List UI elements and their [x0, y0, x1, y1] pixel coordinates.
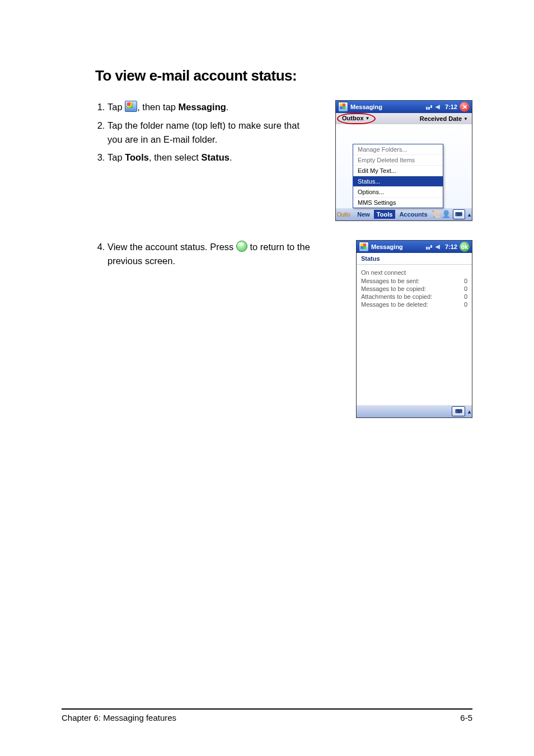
- folder-bar: Outbox ▼ Received Date ▼: [336, 113, 472, 124]
- sort-dropdown[interactable]: Received Date ▼: [419, 115, 469, 123]
- footer-page-number: 6-5: [460, 713, 472, 722]
- bottom-menu-bar: Outlo New Tools Accounts ⌨ ▴: [336, 208, 472, 220]
- step4-text-a: View the account status. Press: [107, 242, 236, 252]
- sort-label: Received Date: [420, 115, 462, 122]
- step3-text-a: Tap: [107, 152, 125, 162]
- contact-icon[interactable]: [442, 210, 451, 219]
- bottom-menu-bar: ⌨ ▴: [357, 405, 472, 417]
- account-indicator: Outlo: [337, 210, 353, 219]
- ok-icon: [236, 241, 247, 252]
- status-row: Attachments to be copied: 0: [361, 293, 467, 300]
- tools-menu-popup: Manage Folders... Empty Deleted Items Ed…: [353, 144, 443, 208]
- step1-bold: Messaging: [179, 102, 226, 112]
- step1-text-b: , then tap: [137, 102, 178, 112]
- status-subheading: On next connect: [361, 269, 467, 277]
- ok-button-icon[interactable]: ok: [460, 242, 470, 252]
- start-flag-icon[interactable]: [359, 242, 369, 252]
- status-row-label: Messages to be sent:: [361, 278, 420, 284]
- menu-new[interactable]: New: [354, 210, 373, 219]
- status-row: Messages to be copied: 0: [361, 285, 467, 293]
- clock-time: 7:12: [445, 104, 457, 110]
- step-2: Tap the folder name (top left) to make s…: [107, 119, 316, 147]
- sound-icon: [435, 103, 443, 111]
- step-4: View the account status. Press to return…: [107, 240, 337, 268]
- status-row-value: 0: [464, 301, 467, 308]
- title-bar: Messaging 7:12 ok: [357, 241, 472, 253]
- step3-text-e: .: [229, 152, 232, 162]
- menu-item-manage-folders[interactable]: Manage Folders...: [353, 144, 443, 154]
- menu-tools[interactable]: Tools: [374, 210, 396, 219]
- status-row-label: Messages to be copied:: [361, 285, 426, 292]
- menu-item-mms-settings[interactable]: MMS Settings: [353, 197, 443, 208]
- status-row-label: Attachments to be copied:: [361, 293, 432, 300]
- chevron-down-icon: ▼: [463, 116, 468, 121]
- sip-up-icon[interactable]: ▴: [466, 408, 471, 415]
- keyboard-icon[interactable]: ⌨: [453, 209, 466, 219]
- keyboard-icon[interactable]: ⌨: [452, 406, 465, 416]
- menu-item-edit-my-text[interactable]: Edit My Text...: [353, 165, 443, 176]
- title-bar: Messaging 7:12 ✕: [336, 101, 472, 113]
- status-panel: On next connect Messages to be sent: 0 M…: [357, 265, 472, 405]
- screenshot-messaging-tools-menu: Messaging 7:12 ✕ Outbox ▼ Received Date …: [335, 100, 472, 221]
- start-icon: [125, 101, 137, 112]
- step-3: Tap Tools, then select Status.: [107, 151, 316, 165]
- folder-name: Outbox: [342, 115, 364, 121]
- status-heading: Status: [357, 253, 472, 265]
- step-1: Tap , then tap Messaging.: [107, 100, 316, 114]
- start-flag-icon[interactable]: [338, 102, 348, 112]
- footer-chapter: Chapter 6: Messaging features: [62, 713, 176, 722]
- chevron-down-icon: ▼: [366, 116, 370, 121]
- signal-icon: [426, 103, 434, 111]
- step3-text-c: , then select: [149, 152, 202, 162]
- clock-time: 7:12: [445, 243, 457, 250]
- menu-accounts[interactable]: Accounts: [396, 210, 430, 219]
- status-row-value: 0: [464, 293, 467, 300]
- step1-text-d: .: [226, 102, 229, 112]
- section-title: To view e-mail account status:: [95, 67, 472, 84]
- folder-dropdown[interactable]: Outbox ▼: [341, 114, 370, 122]
- step3-bold-tools: Tools: [125, 152, 149, 162]
- folder-dropdown-highlight: Outbox ▼: [337, 113, 376, 124]
- status-row-label: Messages to be deleted:: [361, 301, 428, 308]
- menu-item-status[interactable]: Status...: [353, 176, 443, 186]
- screenshot-messaging-status: Messaging 7:12 ok Status On next connect…: [356, 240, 472, 418]
- scroll-icon[interactable]: [432, 210, 441, 219]
- status-row-value: 0: [464, 278, 467, 284]
- menu-item-empty-deleted[interactable]: Empty Deleted Items: [353, 154, 443, 165]
- sip-up-icon[interactable]: ▴: [466, 212, 471, 218]
- menu-item-options[interactable]: Options...: [353, 186, 443, 197]
- app-title: Messaging: [371, 243, 403, 250]
- step3-bold-status: Status: [202, 152, 229, 162]
- page-footer: Chapter 6: Messaging features 6-5: [62, 708, 472, 722]
- status-row: Messages to be deleted: 0: [361, 300, 467, 308]
- signal-icon: [426, 243, 434, 251]
- status-row-value: 0: [464, 285, 467, 292]
- close-icon[interactable]: ✕: [460, 102, 470, 112]
- app-title: Messaging: [350, 104, 382, 110]
- status-row: Messages to be sent: 0: [361, 277, 467, 285]
- step1-text-a: Tap: [107, 102, 125, 112]
- sound-icon: [435, 243, 443, 251]
